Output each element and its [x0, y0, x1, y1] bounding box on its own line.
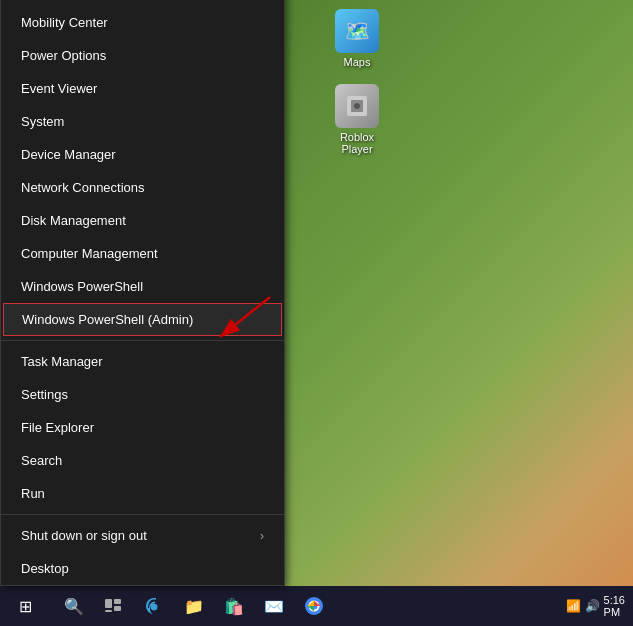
maps-icon: 🗺️ — [335, 9, 379, 53]
menu-item-computer-management[interactable]: Computer Management — [1, 237, 284, 270]
menu-item-task-manager[interactable]: Task Manager — [1, 345, 284, 378]
menu-item-settings[interactable]: Settings — [1, 378, 284, 411]
taskbar-right: 📶 🔊 5:16 PM — [566, 594, 633, 618]
menu-item-windows-powershell[interactable]: Windows PowerShell — [1, 270, 284, 303]
taskbar-mail-icon[interactable]: ✉️ — [255, 587, 293, 625]
system-tray: 📶 🔊 5:16 PM — [566, 594, 625, 618]
menu-item-run[interactable]: Run — [1, 477, 284, 510]
svg-point-2 — [354, 103, 360, 109]
menu-item-event-viewer[interactable]: Event Viewer — [1, 72, 284, 105]
clock[interactable]: 5:16 PM — [604, 594, 625, 618]
shut-down-arrow-icon: › — [260, 529, 264, 543]
menu-item-mobility-center[interactable]: Mobility Center — [1, 6, 284, 39]
roblox-icon — [335, 84, 379, 128]
menu-divider-1 — [1, 340, 284, 341]
menu-item-shut-down[interactable]: Shut down or sign out › — [1, 519, 284, 552]
network-tray-icon[interactable]: 📶 — [566, 599, 581, 613]
menu-item-device-manager[interactable]: Device Manager — [1, 138, 284, 171]
roblox-desktop-icon[interactable]: RobloxPlayer — [321, 80, 393, 159]
taskbar: ⊞ 🔍 📁 🛍️ ✉️ — [0, 586, 633, 626]
roblox-label: RobloxPlayer — [340, 131, 374, 155]
svg-rect-6 — [114, 599, 121, 604]
svg-rect-8 — [105, 610, 112, 612]
menu-item-file-explorer[interactable]: File Explorer — [1, 411, 284, 444]
menu-item-search[interactable]: Search — [1, 444, 284, 477]
maps-label: Maps — [344, 56, 371, 68]
volume-tray-icon[interactable]: 🔊 — [585, 599, 600, 613]
taskbar-chrome-icon[interactable] — [295, 587, 333, 625]
taskbar-explorer-icon[interactable]: 📁 — [175, 587, 213, 625]
menu-item-system[interactable]: System — [1, 105, 284, 138]
menu-item-network-connections[interactable]: Network Connections — [1, 171, 284, 204]
taskbar-taskview-icon[interactable] — [95, 587, 133, 625]
taskbar-store-icon[interactable]: 🛍️ — [215, 587, 253, 625]
taskbar-edge-icon[interactable] — [135, 587, 173, 625]
menu-item-disk-management[interactable]: Disk Management — [1, 204, 284, 237]
desktop: 🗺️ Maps RobloxPlayer Apps and Features M… — [0, 0, 633, 626]
menu-item-desktop[interactable]: Desktop — [1, 552, 284, 585]
maps-desktop-icon[interactable]: 🗺️ Maps — [321, 5, 393, 72]
menu-item-windows-powershell-admin[interactable]: Windows PowerShell (Admin) — [3, 303, 282, 336]
context-menu: Apps and Features Mobility Center Power … — [0, 0, 285, 586]
windows-logo-icon: ⊞ — [19, 597, 32, 616]
taskbar-search-icon[interactable]: 🔍 — [55, 587, 93, 625]
svg-rect-5 — [105, 599, 112, 608]
start-button[interactable]: ⊞ — [0, 586, 50, 626]
taskbar-icons: 🔍 📁 🛍️ ✉️ — [55, 587, 333, 625]
menu-item-power-options[interactable]: Power Options — [1, 39, 284, 72]
menu-divider-2 — [1, 514, 284, 515]
svg-rect-7 — [114, 606, 121, 611]
